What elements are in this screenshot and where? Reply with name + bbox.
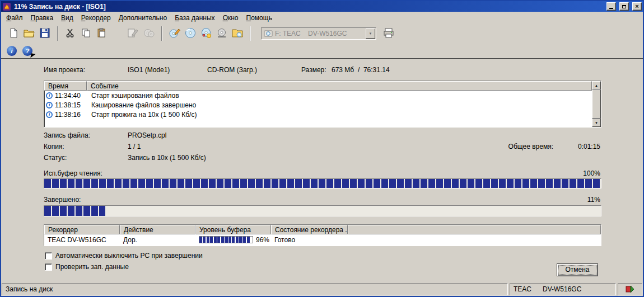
read-buffer-progress-fill bbox=[44, 179, 601, 188]
copy-label: Копия: bbox=[44, 143, 64, 150]
eject-button[interactable] bbox=[214, 26, 230, 41]
log-row[interactable]: i11:38:16 Старт прожига на 10x (1 500 Кб… bbox=[44, 110, 592, 119]
toolbar-separator bbox=[250, 26, 251, 41]
option-verify[interactable]: Проверить зап. данные bbox=[45, 263, 129, 271]
recorder-select-value: F: TEAC DV-W516GC bbox=[275, 30, 363, 37]
recorder-buffer-cell: 96% bbox=[195, 236, 271, 244]
file-label: Запись файла: bbox=[44, 131, 90, 139]
project-type-value: CD-ROM (Загр.) bbox=[207, 66, 257, 74]
column-recorder-state[interactable]: Состояние рекордера ... bbox=[271, 225, 348, 234]
edit-compilation-button[interactable] bbox=[125, 26, 141, 41]
recorder-action: Дор. bbox=[120, 236, 195, 244]
shutdown-checkbox-label: Автоматически выключить PC при завершени… bbox=[55, 252, 203, 260]
cut-button[interactable] bbox=[63, 26, 78, 41]
toolbar-secondary: i ? bbox=[1, 43, 643, 59]
paste-button[interactable] bbox=[94, 26, 110, 41]
menu-item-edit[interactable]: Правка bbox=[27, 12, 58, 23]
window-title: 11% Запись на диск - [ISO1] bbox=[13, 3, 603, 11]
option-shutdown[interactable]: Автоматически выключить PC при завершени… bbox=[45, 252, 203, 260]
open-disc-button[interactable] bbox=[230, 26, 245, 41]
burn-disc-button[interactable] bbox=[167, 26, 183, 41]
menu-item-file[interactable]: Файл bbox=[2, 12, 27, 23]
scroll-up-icon[interactable]: ▲ bbox=[592, 81, 601, 89]
print-button[interactable] bbox=[381, 26, 396, 41]
buffer-level-bar bbox=[199, 236, 253, 243]
app-icon bbox=[3, 3, 11, 11]
cursor-arrow-icon bbox=[30, 53, 35, 58]
status-value: Запись в 10x (1 500 Кб/с) bbox=[128, 154, 206, 162]
menu-item-help[interactable]: Помощь bbox=[242, 12, 276, 23]
column-action[interactable]: Действие bbox=[120, 225, 195, 234]
status-bar: Запись на диск TEAC DV-W516GC bbox=[1, 282, 643, 296]
chevron-down-icon[interactable]: ▼ bbox=[366, 29, 375, 39]
cancel-button[interactable]: Отмена bbox=[557, 263, 598, 276]
copy-button[interactable] bbox=[78, 26, 94, 41]
status-label: Статус: bbox=[44, 154, 67, 162]
log-column-event[interactable]: Событие bbox=[87, 81, 592, 91]
save-button[interactable] bbox=[37, 26, 53, 41]
column-recorder[interactable]: Рекордер bbox=[44, 225, 120, 234]
scrollbar-thumb[interactable] bbox=[592, 89, 601, 119]
open-button[interactable] bbox=[21, 26, 37, 41]
log-time: 11:34:40 bbox=[55, 92, 81, 100]
read-buffer-percent: 100% bbox=[583, 169, 600, 177]
menu-bar: Файл Правка Вид Рекордер Дополнительно Б… bbox=[1, 12, 643, 24]
status-text: Запись на диск bbox=[2, 283, 508, 295]
log-row[interactable]: i11:34:40 Старт кэширования файлов bbox=[44, 91, 592, 100]
scroll-down-icon[interactable]: ▼ bbox=[592, 119, 601, 127]
status-tray-panel bbox=[618, 283, 642, 295]
minimize-icon bbox=[609, 8, 613, 9]
floppy-icon bbox=[40, 28, 50, 40]
app-tray-icon[interactable] bbox=[626, 285, 634, 293]
info-button[interactable]: i bbox=[7, 46, 17, 56]
total-time-value: 0:01:15 bbox=[578, 143, 600, 150]
context-help-button[interactable]: ? bbox=[22, 46, 32, 56]
recorder-name: TEAC DV-W516GC bbox=[44, 236, 120, 244]
restore-button[interactable] bbox=[619, 2, 629, 11]
disc-copy-button[interactable] bbox=[141, 26, 157, 41]
info-bubble-icon: i bbox=[46, 111, 53, 118]
log-column-time[interactable]: Время bbox=[44, 81, 87, 91]
read-buffer-progressbar bbox=[44, 178, 601, 188]
menu-item-window[interactable]: Окно bbox=[219, 12, 242, 23]
done-percent: 11% bbox=[587, 196, 600, 204]
event-log-header: Время Событие bbox=[44, 81, 592, 91]
shutdown-checkbox[interactable] bbox=[45, 252, 52, 260]
folder-disc-icon bbox=[232, 28, 243, 40]
burn-progress-panel: Имя проекта: ISO1 (Mode1) CD-ROM (Загр.)… bbox=[1, 59, 643, 282]
close-icon: × bbox=[635, 3, 638, 10]
menu-item-view[interactable]: Вид bbox=[57, 12, 77, 23]
toolbar-main: F: TEAC DV-W516GC ▼ bbox=[1, 24, 643, 43]
recorder-state: Готово bbox=[271, 236, 348, 244]
minimize-button[interactable] bbox=[606, 2, 616, 11]
log-scrollbar[interactable]: ▲ ▼ bbox=[592, 81, 601, 127]
cd-icon bbox=[185, 27, 196, 40]
disc-info-button[interactable] bbox=[198, 26, 214, 41]
copy-cd-button[interactable] bbox=[183, 26, 198, 41]
toolbar-separator bbox=[57, 26, 58, 41]
recorder-table-header: Рекордер Действие Уровень буфера Состоян… bbox=[44, 225, 601, 234]
title-bar[interactable]: 11% Запись на диск - [ISO1] × bbox=[1, 1, 643, 12]
menu-item-extras[interactable]: Дополнительно bbox=[115, 12, 171, 23]
menu-item-recorder[interactable]: Рекордер bbox=[77, 12, 115, 23]
scissors-icon bbox=[66, 28, 76, 40]
new-file-button[interactable] bbox=[6, 26, 21, 41]
restore-icon bbox=[622, 5, 626, 8]
project-name-value: ISO1 (Mode1) bbox=[128, 66, 170, 74]
column-buffer-level[interactable]: Уровень буфера bbox=[195, 225, 271, 234]
total-time-label: Общее время: bbox=[508, 143, 553, 150]
column-filler bbox=[348, 225, 601, 234]
pen-document-icon bbox=[128, 28, 139, 40]
verify-checkbox[interactable] bbox=[45, 263, 52, 271]
recorder-select[interactable]: F: TEAC DV-W516GC ▼ bbox=[261, 27, 376, 40]
drive-icon bbox=[264, 30, 273, 37]
log-row[interactable]: i11:38:15 Кэширование файлов завершено bbox=[44, 100, 592, 110]
project-name-label: Имя проекта: bbox=[44, 66, 85, 74]
copy-icon bbox=[81, 28, 91, 40]
app-window: 11% Запись на диск - [ISO1] × Файл Правк… bbox=[0, 0, 644, 297]
menu-item-database[interactable]: База данных bbox=[171, 12, 218, 23]
recorder-row[interactable]: TEAC DV-W516GC Дор. 96% Готово bbox=[44, 234, 601, 245]
event-log-body: Время Событие i11:34:40 Старт кэшировани… bbox=[44, 81, 592, 127]
close-button[interactable]: × bbox=[632, 2, 642, 11]
printer-icon bbox=[383, 28, 394, 40]
